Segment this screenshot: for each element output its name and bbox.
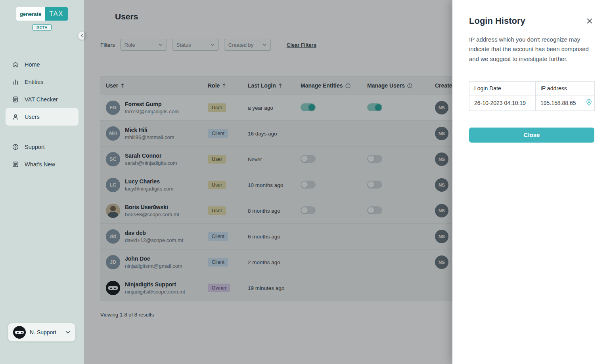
profile-avatar: [13, 326, 26, 339]
login-history-table: Login Date IP address 26-10-2023 04:10:1…: [469, 81, 595, 111]
beta-badge: BETA: [33, 24, 52, 30]
sidebar-item-label: VAT Checker: [25, 96, 58, 103]
location-pin-icon: [586, 99, 592, 106]
home-icon: [12, 61, 19, 68]
whats-new-icon: [12, 161, 19, 168]
drawer-close-action-button[interactable]: Close: [469, 128, 594, 143]
drawer-title: Login History: [469, 16, 525, 26]
chevron-down-icon: [65, 331, 70, 334]
sidebar-item-home[interactable]: Home: [6, 56, 79, 73]
logo-tax-box: TAX: [45, 7, 68, 21]
login-history-row: 26-10-2023 04:10:19 195.158.88.65: [469, 95, 595, 111]
app-logo: generate TAX: [0, 7, 84, 21]
login-date-value: 26-10-2023 04:10:19: [469, 95, 536, 111]
sidebar-item-support[interactable]: Support: [6, 138, 79, 156]
help-icon: [12, 143, 19, 151]
sidebar-nav: Home Entities VAT Checker Users Support …: [0, 56, 84, 173]
sidebar-item-users[interactable]: Users: [6, 108, 79, 126]
drawer-close-button[interactable]: [585, 16, 594, 26]
ip-address-header: IP address: [536, 81, 581, 95]
login-history-drawer: Login History IP address which you don't…: [452, 0, 611, 364]
sidebar-item-label: Support: [25, 144, 45, 150]
drawer-description: IP address which you don't recognize may…: [469, 35, 594, 64]
profile-menu-button[interactable]: N. Support: [8, 323, 75, 341]
profile-name: N. Support: [30, 329, 61, 335]
ip-address-value: 195.158.88.65: [536, 95, 581, 111]
logo-generate-text: generate: [16, 7, 45, 21]
location-header: [581, 81, 595, 95]
sidebar-item-label: Entities: [25, 79, 44, 85]
sidebar-item-label: Home: [25, 61, 40, 68]
sidebar: generate TAX BETA Home Entities VAT Chec…: [0, 0, 84, 364]
sidebar-item-whats-new[interactable]: What's New: [6, 156, 79, 173]
entities-icon: [12, 78, 19, 86]
sidebar-item-entities[interactable]: Entities: [6, 73, 79, 91]
users-icon: [12, 113, 19, 120]
chevron-left-icon: [80, 33, 84, 38]
sidebar-item-label: Users: [25, 114, 40, 120]
vat-checker-icon: [12, 96, 19, 103]
login-date-header: Login Date: [469, 81, 536, 95]
location-pin-cell[interactable]: [581, 95, 595, 111]
close-icon: [586, 18, 593, 24]
sidebar-item-label: What's New: [25, 161, 55, 168]
sidebar-item-vat-checker[interactable]: VAT Checker: [6, 91, 79, 108]
